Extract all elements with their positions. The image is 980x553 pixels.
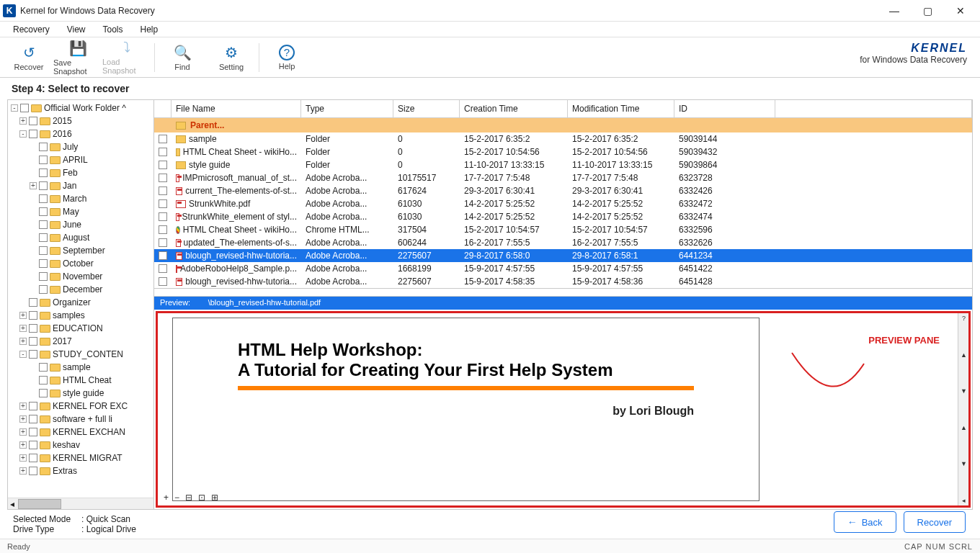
table-row[interactable]: StrunkWhite_element of styl... Adobe Acr… bbox=[154, 210, 972, 223]
checkbox[interactable] bbox=[39, 246, 48, 255]
column-checkbox[interactable] bbox=[154, 100, 172, 117]
preview-vertical-scrollbar[interactable]: ?▲▼▲▼◂ bbox=[958, 313, 969, 505]
tree-node[interactable]: May bbox=[11, 205, 153, 218]
checkbox[interactable] bbox=[39, 207, 48, 216]
expand-icon[interactable] bbox=[30, 195, 37, 202]
tree-node[interactable]: HTML Cheat bbox=[11, 374, 153, 387]
checkbox[interactable] bbox=[39, 233, 48, 242]
expand-icon[interactable]: + bbox=[19, 312, 27, 319]
checkbox[interactable] bbox=[39, 181, 48, 190]
toolbar-help[interactable]: ?Help bbox=[262, 39, 311, 76]
tree-node[interactable]: +KERNEL FOR EXC bbox=[11, 400, 153, 413]
expand-icon[interactable]: + bbox=[19, 338, 27, 345]
checkbox[interactable] bbox=[39, 220, 48, 229]
folder-tree[interactable]: -Official Work Folder ^+2015-2016JulyAPR… bbox=[8, 100, 153, 498]
checkbox[interactable] bbox=[29, 337, 37, 346]
expand-icon[interactable]: + bbox=[19, 441, 27, 449]
checkbox[interactable] bbox=[39, 272, 48, 281]
tree-node[interactable]: sample bbox=[11, 361, 153, 374]
tree-node[interactable]: March bbox=[11, 192, 153, 205]
tree-node[interactable]: June bbox=[11, 218, 153, 231]
column-size[interactable]: Size bbox=[393, 100, 460, 117]
tree-node[interactable]: +KERNEL MIGRAT bbox=[11, 451, 153, 464]
zoom-in-icon[interactable]: + bbox=[164, 493, 169, 503]
tree-node[interactable]: +EDUCATION bbox=[11, 322, 153, 335]
checkbox[interactable] bbox=[29, 324, 37, 333]
table-row[interactable]: HTML Cheat Sheet - wikiHo... Chrome HTML… bbox=[154, 223, 972, 236]
checkbox[interactable] bbox=[29, 428, 37, 436]
checkbox[interactable] bbox=[39, 156, 48, 164]
expand-icon[interactable] bbox=[30, 143, 37, 150]
parent-row[interactable]: Parent... bbox=[154, 118, 972, 132]
checkbox[interactable] bbox=[29, 130, 37, 138]
column-creation[interactable]: Creation Time bbox=[460, 100, 568, 117]
expand-icon[interactable]: + bbox=[19, 467, 27, 475]
row-checkbox[interactable] bbox=[159, 199, 167, 208]
table-row[interactable]: blough_revised-hhw-tutoria... Adobe Acro… bbox=[154, 249, 972, 262]
checkbox[interactable] bbox=[39, 259, 48, 268]
expand-icon[interactable]: + bbox=[19, 428, 27, 436]
row-checkbox[interactable] bbox=[159, 135, 167, 143]
tree-node[interactable]: Organizer bbox=[11, 296, 153, 309]
tree-node[interactable]: August bbox=[11, 231, 153, 244]
tree-node[interactable]: October bbox=[11, 257, 153, 270]
expand-icon[interactable]: + bbox=[30, 182, 37, 189]
tree-node[interactable]: +Extras bbox=[11, 464, 153, 477]
table-row[interactable]: StrunkWhite.pdf Adobe Acroba... 61030 14… bbox=[154, 197, 972, 210]
table-row[interactable]: style guide Folder 0 11-10-2017 13:33:15… bbox=[154, 158, 972, 171]
preview-toolbar[interactable]: +−⊟⊡⊞ bbox=[164, 493, 218, 503]
checkbox[interactable] bbox=[39, 285, 48, 294]
tree-node[interactable]: +software + full li bbox=[11, 413, 153, 426]
maximize-button[interactable]: ▢ bbox=[911, 1, 944, 21]
tree-node[interactable]: -STUDY_CONTEN bbox=[11, 348, 153, 361]
toolbar-recover[interactable]: ↺Recover bbox=[4, 39, 53, 76]
recover-button[interactable]: Recover bbox=[904, 511, 966, 533]
row-checkbox[interactable] bbox=[159, 174, 167, 182]
menu-help[interactable]: Help bbox=[133, 23, 166, 36]
fit-page-icon[interactable]: ⊡ bbox=[198, 493, 205, 503]
expand-icon[interactable] bbox=[30, 156, 37, 163]
expand-icon[interactable] bbox=[30, 221, 37, 228]
checkbox[interactable] bbox=[39, 143, 48, 151]
column-filename[interactable]: File Name bbox=[172, 100, 301, 117]
expand-icon[interactable]: + bbox=[19, 415, 27, 423]
table-row[interactable]: updated_The-elements-of-s... Adobe Acrob… bbox=[154, 236, 972, 249]
column-type[interactable]: Type bbox=[301, 100, 393, 117]
checkbox[interactable] bbox=[20, 104, 29, 112]
menu-view[interactable]: View bbox=[60, 23, 93, 36]
checkbox[interactable] bbox=[29, 117, 37, 125]
expand-icon[interactable] bbox=[30, 260, 37, 267]
expand-icon[interactable]: + bbox=[19, 454, 27, 462]
row-checkbox[interactable] bbox=[159, 212, 167, 221]
tree-node[interactable]: -2016 bbox=[11, 127, 153, 140]
tree-node[interactable]: Feb bbox=[11, 166, 153, 179]
toolbar-save-snapshot[interactable]: 💾Save Snapshot bbox=[53, 39, 102, 76]
row-checkbox[interactable] bbox=[159, 186, 167, 195]
expand-icon[interactable]: - bbox=[19, 351, 27, 358]
checkbox[interactable] bbox=[29, 402, 37, 410]
menu-tools[interactable]: Tools bbox=[95, 23, 130, 36]
expand-icon[interactable] bbox=[30, 247, 37, 254]
checkbox[interactable] bbox=[39, 376, 48, 385]
checkbox[interactable] bbox=[39, 168, 48, 177]
zoom-out-icon[interactable]: − bbox=[174, 493, 179, 503]
expand-icon[interactable] bbox=[30, 364, 37, 371]
expand-icon[interactable] bbox=[19, 299, 27, 306]
tree-node[interactable]: +keshav bbox=[11, 439, 153, 451]
table-row[interactable]: current_The-elements-of-st... Adobe Acro… bbox=[154, 184, 972, 197]
toolbar-setting[interactable]: ⚙Setting bbox=[207, 39, 256, 76]
tree-node[interactable]: December bbox=[11, 283, 153, 296]
expand-icon[interactable] bbox=[30, 169, 37, 176]
tree-node[interactable]: +Jan bbox=[11, 179, 153, 192]
checkbox[interactable] bbox=[29, 454, 37, 462]
checkbox[interactable] bbox=[39, 363, 48, 372]
tree-node[interactable]: +KERNEL EXCHAN bbox=[11, 426, 153, 439]
fit-width-icon[interactable]: ⊟ bbox=[185, 493, 192, 503]
expand-icon[interactable]: - bbox=[11, 104, 18, 112]
expand-icon[interactable] bbox=[30, 377, 37, 384]
checkbox[interactable] bbox=[29, 441, 37, 449]
minimize-button[interactable]: — bbox=[878, 1, 911, 21]
expand-icon[interactable] bbox=[30, 390, 37, 397]
expand-icon[interactable]: + bbox=[19, 403, 27, 410]
checkbox[interactable] bbox=[29, 467, 37, 475]
